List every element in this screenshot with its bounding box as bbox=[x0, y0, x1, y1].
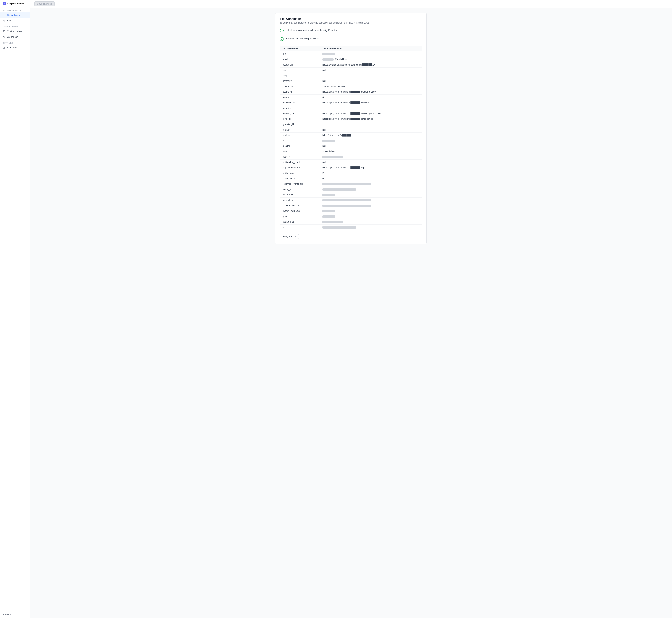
attr-value bbox=[320, 187, 422, 192]
retry-test-button[interactable]: Retry Test ↗ bbox=[280, 234, 299, 239]
attr-name: repos_url bbox=[280, 187, 320, 192]
table-row: repos_url bbox=[280, 187, 422, 192]
table-row: html_urlhttps://github.com/s██████ bbox=[280, 132, 422, 138]
table-row: followers0 bbox=[280, 95, 422, 100]
sidebar-item-webhooks[interactable]: Webhooks bbox=[0, 34, 30, 40]
attr-value bbox=[320, 208, 422, 214]
table-row: gravatar_id bbox=[280, 122, 422, 127]
attr-value bbox=[320, 219, 422, 225]
table-row: site_admin bbox=[280, 192, 422, 198]
svg-rect-6 bbox=[3, 15, 4, 16]
test-connection-card: Test Connection To verify that configura… bbox=[275, 12, 427, 244]
attr-value: null bbox=[320, 160, 422, 165]
attr-value bbox=[320, 214, 422, 219]
attr-value: scalekit-devs bbox=[320, 149, 422, 154]
table-row: received_events_url bbox=[280, 181, 422, 187]
attr-value: https://api.github.com/users/██████/gist… bbox=[320, 116, 422, 122]
attr-value: https://github.com/s██████ bbox=[320, 132, 422, 138]
attr-name: id bbox=[280, 138, 320, 143]
attr-name: organizations_url bbox=[280, 165, 320, 171]
col-header-name: Attribute Name bbox=[280, 45, 320, 51]
attr-value: 0 bbox=[320, 176, 422, 181]
col-header-value: Test value received bbox=[320, 45, 422, 51]
attr-name: events_url bbox=[280, 89, 320, 95]
external-link-icon: ↗ bbox=[294, 235, 296, 238]
table-row: subscriptions_url bbox=[280, 203, 422, 208]
table-row: created_at2024-07-02T02:01:03Z bbox=[280, 84, 422, 89]
table-row: locationnull bbox=[280, 143, 422, 149]
table-row: avatar_urlhttps://avatars.githubusercont… bbox=[280, 62, 422, 68]
attr-name: received_events_url bbox=[280, 181, 320, 187]
attr-name: twitter_username bbox=[280, 208, 320, 214]
attr-value: https://avatars.githubusercontent.com/u/… bbox=[320, 62, 422, 68]
attr-name: site_admin bbox=[280, 192, 320, 198]
table-row: loginscalekit-devs bbox=[280, 149, 422, 154]
attr-name: followers_url bbox=[280, 100, 320, 105]
table-row: node_id bbox=[280, 154, 422, 160]
attr-value: null bbox=[320, 143, 422, 149]
table-row: email k@scalekit.com bbox=[280, 57, 422, 62]
svg-point-3 bbox=[4, 4, 5, 4]
table-row: public_gists2 bbox=[280, 171, 422, 176]
attr-value bbox=[320, 154, 422, 160]
attr-value bbox=[320, 138, 422, 143]
sidebar-item-label-social-login: Social Login bbox=[7, 14, 20, 16]
sidebar-item-sso[interactable]: SSO bbox=[0, 18, 30, 23]
save-changes-button[interactable]: Save changes bbox=[34, 1, 55, 6]
svg-rect-4 bbox=[3, 14, 4, 15]
attr-name: public_repos bbox=[280, 176, 320, 181]
save-bar: Save changes bbox=[30, 0, 672, 8]
table-row: twitter_username bbox=[280, 208, 422, 214]
table-row: following_urlhttps://api.github.com/user… bbox=[280, 111, 422, 116]
attr-name: avatar_url bbox=[280, 62, 320, 68]
table-row: bionull bbox=[280, 68, 422, 73]
attr-name: created_at bbox=[280, 84, 320, 89]
attr-name: login bbox=[280, 149, 320, 154]
attr-value: https://api.github.com/users/██████/orgs bbox=[320, 165, 422, 171]
attr-value: k@scalekit.com bbox=[320, 57, 422, 62]
attr-value bbox=[320, 181, 422, 187]
status-step-1: Established connection with your Identit… bbox=[280, 28, 422, 33]
section-authentication: AUTHENTICATION bbox=[0, 7, 30, 12]
attr-name: followers bbox=[280, 95, 320, 100]
sidebar-item-label-sso: SSO bbox=[7, 19, 12, 22]
retry-test-label: Retry Test bbox=[283, 235, 293, 238]
sidebar-item-api-config[interactable]: API Config bbox=[0, 45, 30, 50]
svg-point-2 bbox=[4, 4, 4, 4]
org-header[interactable]: Organizations bbox=[0, 0, 30, 7]
paint-icon bbox=[3, 30, 6, 33]
table-row: blog bbox=[280, 73, 422, 78]
step-1-text: Established connection with your Identit… bbox=[285, 28, 337, 31]
step-connector bbox=[281, 33, 282, 36]
sidebar: Organizations AUTHENTICATION Social Logi… bbox=[0, 0, 30, 618]
api-icon bbox=[3, 46, 6, 49]
attr-name: url bbox=[280, 225, 320, 230]
attr-value bbox=[320, 198, 422, 203]
attributes-table: Attribute Name Test value received sub e… bbox=[280, 45, 422, 230]
step-2-text: Received the following attributes bbox=[285, 37, 319, 40]
attr-name: gravatar_id bbox=[280, 122, 320, 127]
key-icon bbox=[3, 19, 6, 22]
step-1-success-icon bbox=[280, 29, 284, 32]
attr-name: type bbox=[280, 214, 320, 219]
main-content: Save changes Test Connection To verify t… bbox=[30, 0, 672, 618]
sidebar-item-label-webhooks: Webhooks bbox=[7, 36, 18, 38]
attr-name: email bbox=[280, 57, 320, 62]
attr-value bbox=[320, 73, 422, 78]
attr-name: sub bbox=[280, 51, 320, 57]
sidebar-item-social-login[interactable]: Social Login bbox=[0, 12, 30, 18]
attr-value bbox=[320, 122, 422, 127]
sidebar-item-customization[interactable]: Customization bbox=[0, 28, 30, 34]
attr-value: 2024-07-02T02:01:03Z bbox=[320, 84, 422, 89]
attr-name: notification_email bbox=[280, 160, 320, 165]
attr-name: public_gists bbox=[280, 171, 320, 176]
attr-name: following_url bbox=[280, 111, 320, 116]
attr-value: null bbox=[320, 68, 422, 73]
attr-value bbox=[320, 51, 422, 57]
attr-value bbox=[320, 203, 422, 208]
step-2-success-icon bbox=[280, 37, 284, 41]
org-label: Organizations bbox=[7, 2, 24, 5]
sidebar-item-label-api-config: API Config bbox=[7, 46, 18, 49]
attr-value: 0 bbox=[320, 95, 422, 100]
attr-value: null bbox=[320, 78, 422, 84]
